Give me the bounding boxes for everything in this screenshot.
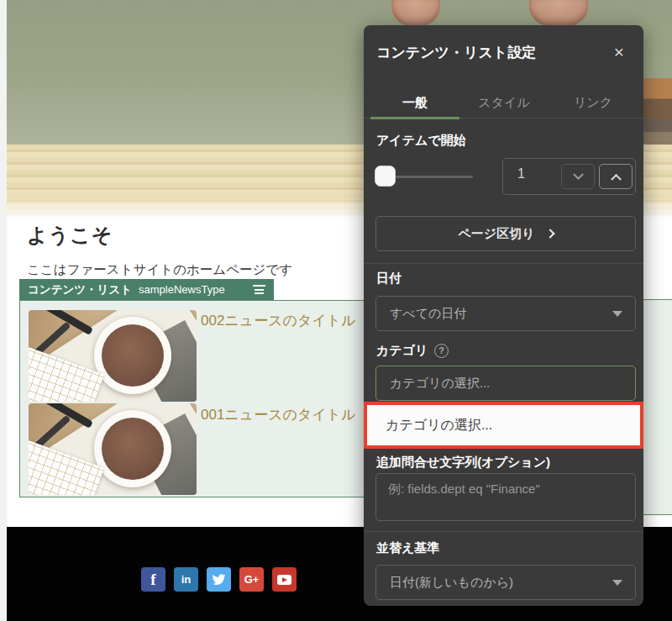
- close-icon[interactable]: ×: [606, 39, 633, 66]
- linkedin-glyph: in: [181, 573, 192, 586]
- start-item-slider-handle[interactable]: [375, 166, 396, 187]
- date-select[interactable]: すべての日付: [375, 296, 636, 331]
- query-string-textarea[interactable]: 例: fields.dept eq "Finance": [375, 473, 636, 521]
- twitter-icon[interactable]: [207, 567, 231, 592]
- google-plus-glyph: G+: [244, 573, 260, 586]
- chevron-right-icon: [545, 229, 554, 238]
- chevron-up-icon: [611, 173, 622, 184]
- page-subtitle: ここはファーストサイトのホームページです: [27, 261, 292, 279]
- tab-link[interactable]: リンク: [549, 88, 638, 118]
- divider: [364, 263, 643, 264]
- content-list-badge[interactable]: コンテンツ・リスト sampleNewsType: [19, 279, 274, 300]
- hero-wood-shelf: [643, 78, 672, 145]
- youtube-play-glyph: [277, 575, 291, 585]
- caret-down-icon: [612, 311, 622, 317]
- category-dropdown-option-highlighted[interactable]: カテゴリの選択...: [364, 402, 643, 449]
- pagination-button[interactable]: ページ区切り: [375, 216, 636, 251]
- news-item-title[interactable]: 002ニュースのタイトル: [201, 311, 356, 330]
- stepper-decrement-button[interactable]: [561, 164, 595, 189]
- panel-title: コンテンツ・リスト設定: [376, 43, 536, 62]
- twitter-bird: [211, 571, 227, 587]
- caret-down-icon: [612, 580, 622, 586]
- query-string-placeholder: 例: fields.dept eq "Finance": [388, 482, 540, 496]
- content-list-settings-panel: コンテンツ・リスト設定 × 一般 スタイル リンク アイテムで開始 1 ページ区…: [364, 25, 643, 606]
- google-plus-icon[interactable]: G+: [239, 567, 264, 592]
- facebook-icon[interactable]: f: [141, 567, 165, 592]
- query-string-label: 追加問合せ文字列(オプション): [376, 455, 550, 471]
- category-select-placeholder: カテゴリの選択...: [390, 376, 490, 390]
- list-menu-icon[interactable]: [253, 285, 265, 294]
- category-label: カテゴリ: [376, 343, 428, 359]
- tab-style[interactable]: スタイル: [459, 88, 549, 118]
- category-option-label: カテゴリの選択...: [386, 417, 492, 434]
- pagination-button-label: ページ区切り: [458, 226, 534, 242]
- content-list-badge-title: コンテンツ・リスト: [28, 282, 132, 297]
- divider: [364, 531, 643, 532]
- linkedin-icon[interactable]: in: [174, 567, 198, 592]
- news-item-title[interactable]: 001ニュースのタイトル: [201, 405, 356, 424]
- sort-by-value: 日付(新しいものから): [390, 575, 513, 589]
- date-select-value: すべての日付: [390, 306, 466, 320]
- facebook-glyph: f: [150, 571, 155, 589]
- youtube-icon[interactable]: [272, 567, 297, 592]
- category-select-input[interactable]: カテゴリの選択...: [375, 366, 636, 401]
- content-list-badge-type: sampleNewsType: [139, 283, 225, 296]
- window-left-gutter: [0, 0, 7, 621]
- sort-by-select[interactable]: 日付(新しいものから): [375, 565, 636, 600]
- editor-viewport: ようこそ ここはファーストサイトのホームページです コンテンツ・リスト samp…: [0, 0, 672, 621]
- date-label: 日付: [376, 271, 402, 287]
- hand-finger: [529, 0, 588, 26]
- news-item-image[interactable]: [29, 403, 197, 495]
- stepper-increment-button[interactable]: [599, 164, 633, 189]
- start-item-value[interactable]: 1: [517, 166, 525, 182]
- page-title: ようこそ: [27, 222, 113, 249]
- news-list-background-strip: [643, 299, 672, 515]
- start-item-label: アイテムで開始: [376, 133, 466, 149]
- news-item-image[interactable]: [29, 310, 197, 402]
- help-icon[interactable]: ?: [434, 344, 449, 358]
- chevron-down-icon: [573, 169, 584, 180]
- tab-general[interactable]: 一般: [370, 88, 459, 118]
- panel-tabbar: 一般 スタイル リンク: [364, 88, 643, 118]
- sort-by-label: 並替え基準: [376, 540, 439, 556]
